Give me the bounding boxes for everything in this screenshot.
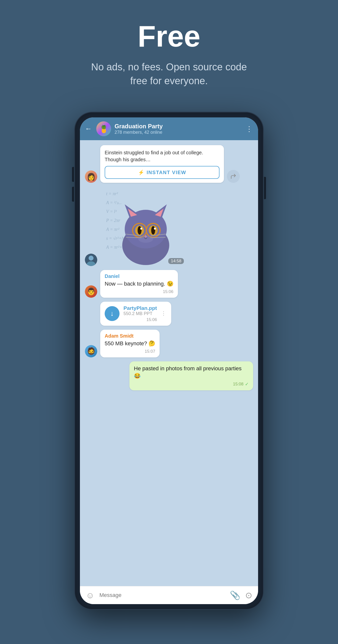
chat-body: 👩 Einstein struggled to find a job out o… bbox=[80, 140, 258, 586]
back-button[interactable]: ← bbox=[85, 125, 92, 133]
group-name: Graduation Party bbox=[115, 123, 242, 130]
download-icon: ↓ bbox=[110, 310, 114, 318]
svg-point-1 bbox=[89, 256, 93, 260]
cat-sticker-svg bbox=[114, 193, 178, 265]
instant-view-label: INSTANT VIEW bbox=[147, 170, 186, 175]
group-avatar-image: 🍍 bbox=[96, 121, 111, 136]
daniel-message-row: 👨 Daniel Now — back to planning. 😉 15:06 bbox=[85, 270, 253, 298]
instant-view-button[interactable]: ⚡ INSTANT VIEW bbox=[105, 166, 220, 179]
svg-point-23 bbox=[138, 235, 153, 243]
file-name: PartyPlan.ppt bbox=[123, 305, 157, 311]
daniel-text: Now — back to planning. 😉 bbox=[105, 280, 173, 288]
file-info: PartyPlan.ppt 550.2 MB PPT 15:06 bbox=[123, 305, 157, 322]
svg-point-14 bbox=[138, 226, 142, 234]
daniel-bubble: Daniel Now — back to planning. 😉 15:06 bbox=[100, 270, 178, 298]
own-message-row: He pasted in photos from all previous pa… bbox=[85, 362, 253, 390]
group-status: 278 members, 42 online bbox=[115, 130, 242, 135]
file-download-button[interactable]: ↓ bbox=[105, 306, 119, 321]
hero-section: Free No ads, no fees. Open source code f… bbox=[72, 0, 266, 102]
own-bubble: He pasted in photos from all previous pa… bbox=[129, 362, 253, 390]
forward-button[interactable] bbox=[227, 170, 240, 183]
daniel-sender: Daniel bbox=[105, 274, 173, 279]
adam-bubble: Adam Smidt 550 MB keynote? 🤔 15:07 bbox=[100, 330, 160, 358]
chat-header: ← 🍍 Graduation Party 278 members, 42 onl… bbox=[80, 118, 258, 140]
svg-point-15 bbox=[151, 226, 155, 234]
avatar-woman: 👩 bbox=[85, 170, 97, 183]
daniel-bubble-footer: 15:06 bbox=[105, 289, 173, 294]
own-bubble-footer: 15:08 ✓ bbox=[134, 382, 249, 387]
sender-avatar: 👩 bbox=[85, 170, 97, 183]
cat-svg bbox=[114, 193, 178, 266]
phone-outer: ← 🍍 Graduation Party 278 members, 42 onl… bbox=[75, 112, 263, 609]
file-footer: 15:06 bbox=[123, 317, 157, 322]
file-time: 15:06 bbox=[146, 317, 157, 322]
hero-subtitle: No ads, no fees. Open source code free f… bbox=[82, 60, 256, 88]
avatar-man1 bbox=[85, 254, 97, 266]
instant-view-icon: ⚡ bbox=[138, 170, 144, 175]
adam-text: 550 MB keynote? 🤔 bbox=[105, 340, 155, 348]
sticker-bubble: t = πr² A = ²/₃... V = l³ P = 2πr A = πr… bbox=[100, 187, 188, 266]
adam-message-row: 🧔 Adam Smidt 550 MB keynote? 🤔 15:07 bbox=[85, 330, 253, 358]
avatar-man2: 👨 bbox=[85, 285, 97, 298]
chat-info: Graduation Party 278 members, 42 online bbox=[115, 123, 242, 135]
hero-title: Free bbox=[82, 20, 256, 52]
sticker-time: 14:58 bbox=[168, 258, 184, 264]
message-row: 👩 Einstein struggled to find a job out o… bbox=[85, 145, 253, 183]
cat-sticker-area: t = πr² A = ²/₃... V = l³ P = 2πr A = πr… bbox=[104, 187, 188, 266]
emoji-button[interactable]: ☺ bbox=[86, 590, 94, 600]
file-message-row: ↓ PartyPlan.ppt 550.2 MB PPT 15:06 ⋮ bbox=[85, 302, 253, 326]
adam-sender: Adam Smidt bbox=[105, 333, 155, 339]
adam-bubble-footer: 15:07 bbox=[105, 349, 155, 354]
link-preview-bubble: Einstein struggled to find a job out of … bbox=[100, 145, 224, 183]
attach-button[interactable]: 📎 bbox=[230, 590, 240, 600]
sticker-sender-avatar bbox=[85, 254, 97, 266]
file-bubble: ↓ PartyPlan.ppt 550.2 MB PPT 15:06 ⋮ bbox=[100, 302, 171, 326]
chat-input-bar: ☺ 📎 ⊙ bbox=[80, 586, 258, 604]
svg-point-17 bbox=[154, 228, 156, 230]
camera-button[interactable]: ⊙ bbox=[245, 590, 252, 600]
phone-inner: ← 🍍 Graduation Party 278 members, 42 onl… bbox=[80, 118, 258, 604]
message-input[interactable] bbox=[99, 592, 225, 598]
chat-menu-button[interactable]: ⋮ bbox=[246, 125, 253, 133]
own-text: He pasted in photos from all previous pa… bbox=[134, 365, 249, 380]
file-menu-button[interactable]: ⋮ bbox=[161, 310, 167, 317]
sticker-message-row: t = πr² A = ²/₃... V = l³ P = 2πr A = πr… bbox=[85, 187, 253, 266]
avatar-man3: 🧔 bbox=[85, 345, 97, 358]
adam-avatar: 🧔 bbox=[85, 345, 97, 358]
own-time: 15:08 bbox=[233, 382, 244, 387]
file-meta: 550.2 MB PPT bbox=[123, 311, 157, 316]
forward-icon bbox=[230, 173, 237, 180]
daniel-time: 15:06 bbox=[163, 289, 173, 294]
read-tick-icon: ✓ bbox=[245, 382, 249, 387]
link-preview-text: Einstein struggled to find a job out of … bbox=[105, 149, 220, 163]
group-avatar: 🍍 bbox=[96, 121, 111, 136]
person-silhouette bbox=[85, 254, 97, 266]
daniel-avatar: 👨 bbox=[85, 285, 97, 298]
phone-mockup: ← 🍍 Graduation Party 278 members, 42 onl… bbox=[75, 112, 263, 609]
svg-point-16 bbox=[140, 228, 142, 230]
adam-time: 15:07 bbox=[145, 349, 155, 354]
